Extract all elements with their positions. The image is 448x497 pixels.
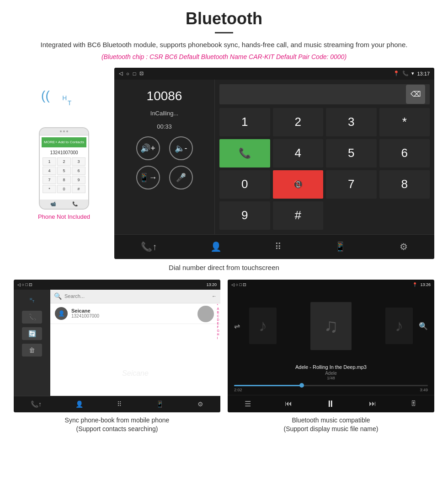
notification-icon: ⊡ — [139, 70, 144, 76]
shuffle-icon[interactable]: ⇌ — [234, 322, 240, 330]
key-star[interactable]: * — [379, 108, 430, 136]
pb-nav-contact-icon[interactable]: 👤 — [75, 400, 83, 408]
music-nav-icons: ◁ ○ □ ⊡ — [231, 282, 246, 287]
phone-screen-number: 13241007000 — [42, 149, 86, 157]
nav-phone-add-icon[interactable]: 📱 — [335, 241, 346, 252]
pb-back-icon: ◁ ○ □ ⊡ — [17, 282, 32, 287]
call-button[interactable]: 📞 — [219, 139, 270, 167]
end-call-button[interactable]: 📵 — [273, 170, 324, 199]
key-9[interactable]: 9 — [219, 201, 270, 230]
contact-item-seicane[interactable]: 👤 Seicane 13241007000 — [50, 303, 220, 324]
music-nav-next-icon[interactable]: ⏭ — [369, 400, 376, 408]
progress-dot — [299, 383, 304, 388]
phone-key-7[interactable]: 7 — [43, 176, 56, 184]
phone-key-star[interactable]: * — [43, 185, 56, 193]
time-current: 2:02 — [234, 388, 242, 392]
phone-illustration: )) ␉ MORE + Add to Contacts 13241007000 — [14, 68, 114, 220]
alpha-h: H — [217, 333, 219, 336]
music-nav-prev-icon[interactable]: ⏮ — [285, 400, 292, 408]
key-8[interactable]: 8 — [379, 170, 430, 199]
dial-controls: 🔊+ 🔈- 📱→ 🎤 — [121, 136, 208, 189]
music-nav-play-icon[interactable]: ⏸ — [326, 399, 335, 409]
music-note-main: ♫ — [324, 315, 338, 337]
bluetooth-sidebar-icon: ␉ — [22, 294, 42, 307]
music-nav-bar: ☰ ⏮ ⏸ ⏭ 🎚 — [228, 395, 434, 412]
sync-sidebar-button[interactable]: 🔄 — [22, 327, 42, 340]
bluetooth-symbol-icon: ␉ — [59, 91, 74, 112]
nav-keypad-icon[interactable]: ⠿ — [275, 241, 282, 252]
volume-down-button[interactable]: 🔈- — [169, 136, 193, 160]
key-2[interactable]: 2 — [273, 108, 324, 136]
music-status-bar: ◁ ○ □ ⊡ 📍 13:26 — [228, 280, 434, 290]
key-0[interactable]: 0 — [219, 170, 270, 199]
music-frame: ◁ ○ □ ⊡ 📍 13:26 ⇌ ♪ — [228, 280, 434, 412]
pb-nav-settings-icon[interactable]: ⚙ — [197, 400, 203, 408]
music-track-num: 1/48 — [232, 376, 430, 380]
music-artist: Adele — [232, 371, 430, 376]
phone-key-6[interactable]: 6 — [72, 167, 85, 175]
delete-sidebar-button[interactable]: 🗑 — [22, 344, 42, 357]
phonebook-body: ␉ 📞 🔄 🗑 🔍 ← 👤 — [14, 290, 220, 396]
music-nav-equalizer-icon[interactable]: 🎚 — [410, 400, 417, 408]
phone-key-2[interactable]: 2 — [57, 157, 71, 166]
progress-bar[interactable] — [234, 385, 428, 386]
page-title: Bluetooth — [14, 9, 434, 28]
dial-caption: Dial number direct from touchscreen — [14, 264, 434, 271]
search-music-button[interactable]: 🔍 — [419, 322, 428, 330]
phone-call-icon[interactable]: 📞 — [72, 201, 78, 206]
number-display: ⌫ — [219, 84, 430, 104]
microphone-button[interactable]: 🎤 — [169, 166, 193, 189]
pb-search-input[interactable] — [64, 293, 209, 299]
key-hash[interactable]: # — [273, 201, 324, 230]
contact-name: Seicane — [71, 308, 216, 313]
bottom-screenshots: ◁ ○ □ ⊡ 13:20 ␉ 📞 🔄 🗑 🔍 — [14, 280, 434, 434]
music-nav-list-icon[interactable]: ☰ — [245, 400, 251, 408]
key-1[interactable]: 1 — [219, 108, 270, 136]
phone-key-9[interactable]: 9 — [72, 176, 85, 184]
phonebook-sidebar: ␉ 📞 🔄 🗑 — [14, 290, 50, 396]
dial-number: 10086 — [121, 89, 208, 103]
phone-key-5[interactable]: 5 — [57, 167, 71, 175]
pb-nav-call-icon[interactable]: 📞↑ — [31, 400, 42, 408]
pb-nav-phone-icon[interactable]: 📱 — [156, 400, 164, 408]
key-4[interactable]: 4 — [273, 139, 324, 167]
location-icon: 📍 — [393, 70, 400, 76]
phone-key-8[interactable]: 8 — [57, 176, 71, 184]
key-6[interactable]: 6 — [379, 139, 430, 167]
alpha-c: C — [217, 314, 219, 318]
pb-nav-keypad-icon[interactable]: ⠿ — [117, 400, 122, 408]
phonebook-time: 13:20 — [206, 282, 217, 287]
phonebook-main: 🔍 ← 👤 Seicane 13241007000 — [50, 290, 220, 396]
phone-more-label: MORE — [44, 140, 55, 144]
key-7[interactable]: 7 — [326, 170, 377, 199]
dial-right-panel: ⌫ 1 2 3 * 📞 4 5 6 0 📵 7 8 — [215, 80, 434, 234]
phone-key-1[interactable]: 1 — [43, 157, 56, 166]
alpha-i: I — [217, 336, 219, 340]
backspace-button[interactable]: ⌫ — [406, 85, 425, 104]
phone-key-4[interactable]: 4 — [43, 167, 56, 175]
phone-key-hash[interactable]: # — [72, 185, 85, 193]
status-bar-right: 📍 📞 ▾ 13:17 — [393, 70, 430, 76]
key-5[interactable]: 5 — [326, 139, 377, 167]
volume-up-button[interactable]: 🔊+ — [136, 136, 160, 160]
nav-contact-icon[interactable]: 👤 — [210, 241, 222, 252]
phone-key-3[interactable]: 3 — [72, 157, 85, 166]
page-description: Integrated with BC6 Bluetooth module, su… — [14, 40, 434, 50]
dial-ui: 10086 InCalling... 00:33 🔊+ 🔈- 📱→ 🎤 — [114, 80, 434, 234]
phone-mockup: MORE + Add to Contacts 13241007000 1 2 3… — [39, 127, 89, 210]
nav-settings-icon[interactable]: ⚙ — [400, 241, 408, 252]
call-sidebar-button[interactable]: 📞 — [22, 311, 42, 324]
phonebook-frame: ◁ ○ □ ⊡ 13:20 ␉ 📞 🔄 🗑 🔍 — [14, 280, 220, 412]
music-location-icon: 📍 — [412, 282, 417, 287]
nav-call-transfer-icon[interactable]: 📞↑ — [141, 241, 157, 252]
alpha-d: D — [217, 318, 219, 321]
alpha-a: A — [217, 307, 219, 310]
phone-video-icon: 📹 — [50, 201, 56, 206]
music-song-name: Adele - Rolling In the Deep.mp3 — [232, 364, 430, 370]
phonebook-ui: ◁ ○ □ ⊡ 13:20 ␉ 📞 🔄 🗑 🔍 — [14, 280, 220, 412]
home-icon: ○ — [126, 71, 129, 76]
key-3[interactable]: 3 — [326, 108, 377, 136]
transfer-button[interactable]: 📱→ — [136, 166, 160, 189]
phone-key-0[interactable]: 0 — [57, 185, 71, 193]
music-ui: ◁ ○ □ ⊡ 📍 13:26 ⇌ ♪ — [228, 280, 434, 412]
